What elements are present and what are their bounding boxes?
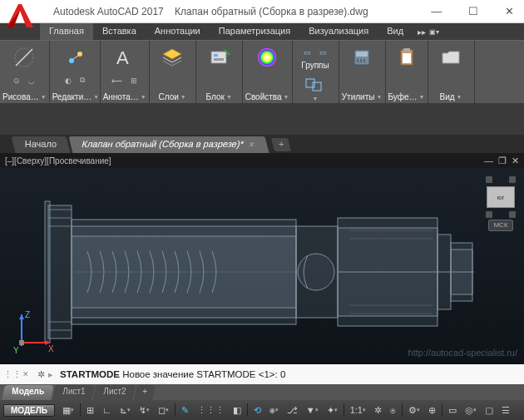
ribbon-tabs: Главная Вставка Аннотации Параметризация… <box>0 23 524 40</box>
svg-point-8 <box>258 48 276 67</box>
transparency-icon[interactable]: ◧ <box>229 401 245 419</box>
customize-icon[interactable]: ☰ <box>497 401 514 419</box>
viewport-label-bar: [–][Сверху][Просвечивание] — ❐ ✕ <box>0 153 524 168</box>
svg-line-0 <box>16 49 32 66</box>
autoann-icon[interactable]: ⍟ <box>386 401 400 419</box>
lineweight-icon[interactable]: ⋮⋮⋮ <box>193 401 229 419</box>
cleanscreen-icon[interactable]: ▢ <box>481 401 497 419</box>
panel-properties[interactable]: Свойства▼ <box>243 41 293 103</box>
tab-home[interactable]: Главная <box>40 23 93 40</box>
add-tab-button[interactable]: + <box>271 138 291 151</box>
svg-rect-12 <box>356 52 368 57</box>
close-icon[interactable]: ✕ <box>248 141 256 149</box>
panel-groups[interactable]: ▭▭ Группы ▼ <box>293 41 339 103</box>
properties-icon <box>255 45 279 70</box>
status-bar: МОДЕЛЬ ▦ ▾ ⊞ ∟ ⊾ ▾ ↯ ▾ ◻ ▾ ✎ ⋮⋮⋮ ◧ ⟲ ⎈ ▾… <box>0 400 524 420</box>
maximize-button[interactable]: ☐ <box>455 0 492 23</box>
svg-text:Z: Z <box>25 310 30 319</box>
annotation-scale[interactable]: 1:1 ▾ <box>346 401 370 419</box>
dynucs-icon[interactable]: ⎇ <box>283 401 302 419</box>
chevron-right-icon: ▸ <box>48 369 60 380</box>
layout-add-button[interactable]: + <box>134 385 156 400</box>
panel-view[interactable]: Вид▼ <box>428 41 475 103</box>
tab-parametric[interactable]: Параметризация <box>210 23 299 40</box>
layout-tab-sheet1[interactable]: Лист1 <box>52 385 95 400</box>
vp-close-icon[interactable]: ✕ <box>512 156 519 166</box>
isoplane-icon[interactable]: ↯ ▾ <box>135 401 154 419</box>
panel-block[interactable]: Блок▼ <box>196 41 243 103</box>
isolate-icon[interactable]: ◎ ▾ <box>461 401 481 419</box>
svg-rect-17 <box>403 48 410 52</box>
command-text: STARTMODE Новое значение STARTMODE <1>: … <box>60 368 285 380</box>
svg-text:X: X <box>48 344 54 353</box>
layout-tabs: Модель Лист1 Лист2 + <box>0 384 524 400</box>
ucs-icon: X Y Z <box>7 308 57 358</box>
cmdline-grip-icon[interactable]: ⋮⋮ <box>3 369 18 380</box>
svg-text:A: A <box>116 47 129 68</box>
ribbon: ⊙◡ Рисова…▼ ◐⧉ Редакти…▼ A ⟵⊞ Аннота…▼ С… <box>0 40 524 103</box>
ribbon-overflow[interactable]: ▸▸ ▣▾ <box>413 23 439 40</box>
search-icon[interactable] <box>368 0 397 23</box>
window-controls: — ☐ ✕ <box>368 0 524 23</box>
panel-layers[interactable]: Слои▼ <box>150 41 196 103</box>
clipboard-icon <box>394 45 419 70</box>
panel-clipboard[interactable]: Буфе…▼ <box>386 41 428 103</box>
layers-icon <box>160 45 185 70</box>
viewport[interactable]: юг МСК X Y Z http://autocad-specialist.r… <box>0 168 524 364</box>
doc-tab-current[interactable]: Клапан обратный (Сборка в разрезе)*✕ <box>69 136 269 153</box>
svg-rect-6 <box>214 54 218 57</box>
doc-tab-start[interactable]: Начало <box>12 136 71 153</box>
monitor-icon[interactable]: ⊕ <box>424 401 440 419</box>
panel-utilities[interactable]: Утилиты▼ <box>339 41 386 103</box>
gizmo-icon[interactable]: ✦ ▾ <box>323 401 342 419</box>
hardware-icon[interactable]: ▭ <box>444 401 461 419</box>
app-logo[interactable] <box>2 0 38 32</box>
text-icon: A <box>112 45 137 70</box>
modelspace-button[interactable]: МОДЕЛЬ <box>3 404 55 417</box>
layout-tab-sheet2[interactable]: Лист2 <box>93 385 136 400</box>
svg-text:Y: Y <box>13 346 19 355</box>
tab-insert[interactable]: Вставка <box>93 23 146 40</box>
vp-restore-icon[interactable]: ❐ <box>498 156 507 166</box>
panel-draw[interactable]: ⊙◡ Рисова…▼ <box>0 41 50 103</box>
wcs-label[interactable]: МСК <box>488 220 513 231</box>
watermark: http://autocad-specialist.ru/ <box>408 348 517 358</box>
close-button[interactable]: ✕ <box>492 0 524 23</box>
svg-rect-18 <box>403 53 411 63</box>
osnap-icon[interactable]: ◻ ▾ <box>154 401 173 419</box>
cycling-icon[interactable]: ⟲ <box>250 401 265 419</box>
3dosnap-icon[interactable]: ⎈ ▾ <box>265 401 283 419</box>
annoscale-icon[interactable]: ✎ <box>177 401 193 419</box>
document-tabs: Начало Клапан обратный (Сборка в разрезе… <box>0 135 524 153</box>
modify-icon <box>62 45 87 70</box>
expand-icon[interactable] <box>397 0 418 23</box>
utilities-icon <box>349 45 374 70</box>
folder-icon <box>438 45 463 70</box>
svg-rect-5 <box>211 52 226 63</box>
gear-icon[interactable]: ✲ <box>33 369 48 380</box>
tab-annotate[interactable]: Аннотации <box>146 23 210 40</box>
svg-rect-7 <box>214 58 224 61</box>
line-icon <box>12 45 37 70</box>
ortho-icon[interactable]: ∟ <box>98 401 116 419</box>
tab-visualize[interactable]: Визуализация <box>299 23 378 40</box>
layout-tab-model[interactable]: Модель <box>2 385 54 400</box>
panel-modify[interactable]: ◐⧉ Редакти…▼ <box>50 41 101 103</box>
svg-marker-48 <box>19 314 24 319</box>
svg-rect-50 <box>19 340 24 345</box>
minimize-button[interactable]: — <box>418 0 455 23</box>
snap-icon[interactable]: ⊞ <box>82 401 98 419</box>
filter-icon[interactable]: ▼ ▾ <box>302 401 323 419</box>
titlebar: Autodesk AutoCAD 2017 Клапан обратный (С… <box>0 0 524 23</box>
grid-icon[interactable]: ▦ ▾ <box>58 401 78 419</box>
viewport-state[interactable]: [–][Сверху][Просвечивание] <box>5 156 111 166</box>
view-cube[interactable]: юг МСК <box>486 176 516 233</box>
panel-annotation[interactable]: A ⟵⊞ Аннота…▼ <box>101 41 150 103</box>
close-icon[interactable]: ✕ <box>18 370 33 378</box>
annovis-icon[interactable]: ✲ <box>370 401 386 419</box>
workspace-icon[interactable]: ⚙ ▾ <box>404 401 424 419</box>
tab-view[interactable]: Вид <box>378 23 413 40</box>
command-line[interactable]: ⋮⋮ ✕ ✲ ▸ STARTMODE Новое значение STARTM… <box>0 364 524 384</box>
polar-icon[interactable]: ⊾ ▾ <box>116 401 135 419</box>
vp-minimize-icon[interactable]: — <box>484 156 493 166</box>
